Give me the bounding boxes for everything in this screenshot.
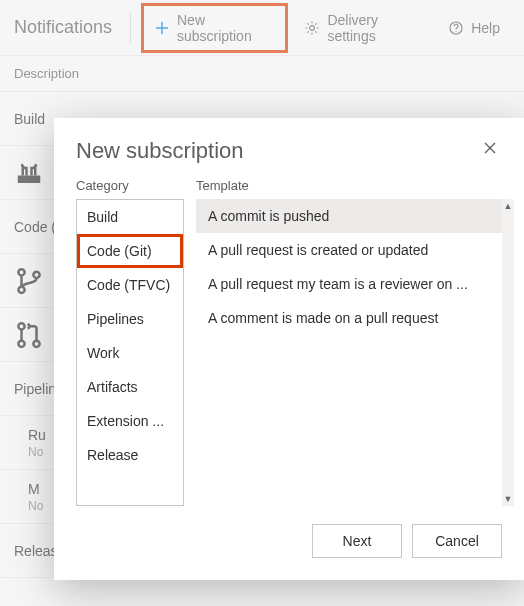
category-item-pipelines[interactable]: Pipelines — [77, 302, 183, 336]
cancel-button[interactable]: Cancel — [412, 524, 502, 558]
template-list: A commit is pushed A pull request is cre… — [196, 199, 502, 506]
template-item[interactable]: A pull request my team is a reviewer on … — [196, 267, 502, 301]
template-item[interactable]: A pull request is created or updated — [196, 233, 502, 267]
next-button[interactable]: Next — [312, 524, 402, 558]
category-item-release[interactable]: Release — [77, 438, 183, 472]
template-item[interactable]: A comment is made on a pull request — [196, 301, 502, 335]
new-subscription-dialog: New subscription Category Template Build… — [54, 118, 524, 580]
dialog-title: New subscription — [76, 138, 478, 164]
template-item[interactable]: A commit is pushed — [196, 199, 502, 233]
category-item-build[interactable]: Build — [77, 200, 183, 234]
triangle-up-icon: ▲ — [504, 201, 513, 211]
scroll-down-button[interactable]: ▼ — [502, 492, 514, 506]
category-item-artifacts[interactable]: Artifacts — [77, 370, 183, 404]
category-item-code-git[interactable]: Code (Git) — [77, 234, 183, 268]
close-icon — [483, 141, 497, 159]
close-button[interactable] — [478, 138, 502, 162]
template-column-label: Template — [196, 178, 249, 193]
category-column-label: Category — [76, 178, 184, 193]
category-item-code-tfvc[interactable]: Code (TFVC) — [77, 268, 183, 302]
category-item-extension[interactable]: Extension ... — [77, 404, 183, 438]
triangle-down-icon: ▼ — [504, 494, 513, 504]
scroll-up-button[interactable]: ▲ — [502, 199, 514, 213]
category-item-work[interactable]: Work — [77, 336, 183, 370]
category-list: Build Code (Git) Code (TFVC) Pipelines W… — [76, 199, 184, 506]
